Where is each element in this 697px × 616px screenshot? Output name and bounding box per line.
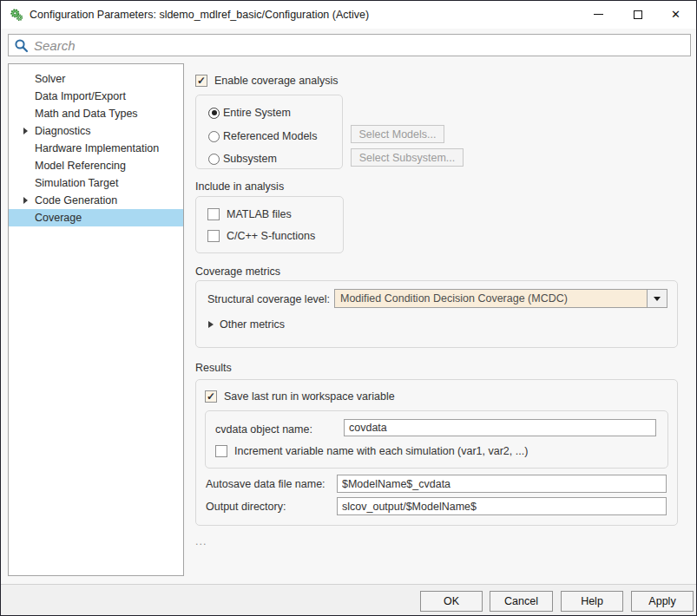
- increment-variable-row[interactable]: Increment variable name with each simula…: [215, 444, 528, 458]
- sidebar-item-simulation-target[interactable]: Simulation Target: [9, 174, 183, 192]
- matlab-files-row[interactable]: MATLAB files: [207, 207, 292, 221]
- select-subsystem-button[interactable]: Select Subsystem...: [351, 148, 464, 167]
- apply-button[interactable]: Apply: [631, 591, 694, 612]
- structural-coverage-level-value[interactable]: Modified Condition Decision Coverage (MC…: [334, 289, 647, 308]
- sidebar-item-code-generation[interactable]: Code Generation: [9, 192, 183, 209]
- save-last-run-checkbox[interactable]: [205, 390, 217, 403]
- cancel-button[interactable]: Cancel: [490, 591, 553, 612]
- button-bar: OK Cancel Help Apply: [1, 584, 696, 616]
- search-icon: [14, 38, 29, 53]
- structural-coverage-level-label: Structural coverage level:: [207, 293, 330, 305]
- entire-system-radio[interactable]: [208, 108, 220, 119]
- sidebar-item-model-referencing[interactable]: Model Referencing: [9, 157, 183, 174]
- output-directory-field[interactable]: [337, 497, 667, 515]
- close-icon: ✕: [671, 9, 681, 20]
- sidebar-item-coverage[interactable]: Coverage: [9, 209, 183, 226]
- search-bar[interactable]: [8, 34, 691, 56]
- include-groupbox: MATLAB files C/C++ S-functions: [195, 196, 344, 253]
- output-directory-label: Output directory:: [206, 501, 286, 513]
- coverage-metrics-heading: Coverage metrics: [195, 265, 280, 278]
- cvdata-object-name-label: cvdata object name:: [215, 423, 312, 436]
- chevron-down-icon: [654, 297, 661, 301]
- help-button[interactable]: Help: [561, 591, 623, 612]
- ellipsis-text: ...: [195, 535, 207, 547]
- results-groupbox: Save last run in workspace variable cvda…: [195, 379, 678, 526]
- titlebar[interactable]: Configuration Parameters: sldemo_mdlref_…: [1, 1, 696, 29]
- expand-arrow-icon[interactable]: [23, 197, 28, 204]
- enable-coverage-row[interactable]: Enable coverage analysis: [195, 74, 338, 88]
- select-models-button[interactable]: Select Models...: [351, 125, 444, 143]
- sidebar-item-data-import-export[interactable]: Data Import/Export: [9, 88, 183, 105]
- results-heading: Results: [195, 362, 232, 374]
- enable-coverage-checkbox[interactable]: [195, 75, 207, 87]
- referenced-models-radio[interactable]: [208, 131, 220, 142]
- autosave-data-file-name-label: Autosave data file name:: [206, 478, 325, 490]
- c-cpp-sfunctions-row[interactable]: C/C++ S-functions: [207, 229, 315, 243]
- maximize-button[interactable]: [618, 1, 657, 28]
- c-cpp-sfunctions-checkbox[interactable]: [207, 230, 220, 242]
- cvdata-object-name-field[interactable]: [344, 419, 656, 436]
- subsystem-radio[interactable]: [208, 154, 220, 165]
- other-metrics-row[interactable]: Other metrics: [208, 318, 285, 331]
- sidebar-item-solver[interactable]: Solver: [9, 70, 183, 88]
- scope-groupbox: Entire System Referenced Models Subsyste…: [195, 95, 343, 169]
- maximize-icon: [634, 10, 642, 19]
- scope-subsystem-row[interactable]: Subsystem: [208, 152, 277, 166]
- scope-entire-system-row[interactable]: Entire System: [208, 106, 291, 120]
- minimize-button[interactable]: [579, 1, 618, 28]
- minimize-icon: [594, 14, 603, 15]
- combo-dropdown-button[interactable]: [647, 289, 667, 308]
- autosave-data-file-name-field[interactable]: [337, 475, 667, 493]
- increment-variable-checkbox[interactable]: [215, 445, 227, 457]
- window-title: Configuration Parameters: sldemo_mdlref_…: [30, 9, 369, 21]
- search-input[interactable]: [34, 38, 685, 53]
- include-in-analysis-heading: Include in analysis: [195, 180, 284, 193]
- category-tree: Solver Data Import/Export Math and Data …: [8, 63, 184, 576]
- ok-button[interactable]: OK: [420, 591, 483, 612]
- simulink-gears-icon: [10, 8, 23, 22]
- structural-coverage-level-combo[interactable]: Modified Condition Decision Coverage (MC…: [334, 289, 667, 308]
- sidebar-item-hardware-implementation[interactable]: Hardware Implementation: [9, 140, 183, 157]
- save-last-run-row[interactable]: Save last run in workspace variable: [205, 390, 395, 403]
- sidebar-item-diagnostics[interactable]: Diagnostics: [9, 122, 183, 140]
- scope-referenced-models-row[interactable]: Referenced Models: [208, 129, 317, 143]
- coverage-metrics-groupbox: Structural coverage level: Modified Cond…: [195, 280, 678, 348]
- workspace-variable-groupbox: cvdata object name: Increment variable n…: [205, 410, 668, 469]
- configuration-parameters-dialog: Configuration Parameters: sldemo_mdlref_…: [0, 0, 697, 616]
- matlab-files-checkbox[interactable]: [207, 208, 220, 220]
- sidebar-item-math-and-data-types[interactable]: Math and Data Types: [9, 105, 183, 122]
- close-button[interactable]: ✕: [656, 1, 695, 28]
- collapsed-arrow-icon[interactable]: [208, 321, 214, 328]
- expand-arrow-icon[interactable]: [23, 128, 28, 134]
- enable-coverage-label: Enable coverage analysis: [214, 75, 338, 87]
